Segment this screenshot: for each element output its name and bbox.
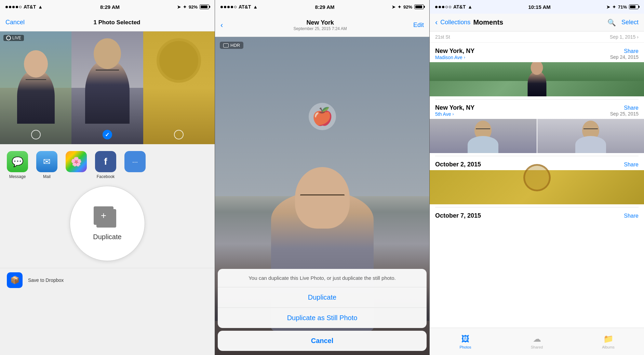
share-mail[interactable]: ✉ Mail xyxy=(35,151,59,179)
share-facebook[interactable]: f Facebook xyxy=(94,151,118,179)
person-body-1 xyxy=(17,69,55,124)
dot1 xyxy=(5,6,8,8)
search-icon[interactable]: 🔍 xyxy=(607,18,616,27)
battery-pct-2: 92% xyxy=(403,4,412,10)
nav-bar-2: ‹ New York September 25, 2015 7:24 AM Ed… xyxy=(215,14,429,37)
nav-title-area-2: New York September 25, 2015 7:24 AM xyxy=(227,19,413,31)
duplicate-circle[interactable]: + Duplicate xyxy=(70,186,145,261)
thumb-glasses-m2 xyxy=(583,128,598,130)
battery-icon-2 xyxy=(414,4,424,9)
tab-photos[interactable]: 🖼 Photos xyxy=(430,334,501,349)
prev-date-text: Sep 1, 2015 xyxy=(610,34,636,40)
checkmark-icon: ✓ xyxy=(105,132,109,138)
photo-thumb-1-1[interactable] xyxy=(430,62,644,96)
carrier-1: AT&T xyxy=(24,4,36,10)
back-button-2[interactable]: ‹ xyxy=(220,21,223,30)
moment-section-4: October 7, 2015 Share xyxy=(430,207,644,221)
select-circle-1[interactable] xyxy=(31,130,41,139)
moment-location-2: New York, NY xyxy=(435,104,474,111)
tab-shared[interactable]: ☁ Shared xyxy=(501,334,573,349)
moment-location-group-3: October 2, 2015 xyxy=(435,161,481,168)
photo-bg-2 xyxy=(71,31,143,144)
albums-tab-icon: 📁 xyxy=(603,334,614,344)
battery-fill-3 xyxy=(630,5,635,8)
prev-chevron-icon: › xyxy=(637,34,639,40)
bluetooth-icon-3: ✦ xyxy=(612,4,616,10)
thumb-shirt-m2 xyxy=(575,136,606,153)
location-icon-3: ➤ xyxy=(606,4,610,10)
dial-3 xyxy=(157,38,201,83)
person-head-2 xyxy=(94,38,121,69)
duplicate-icon: + xyxy=(94,206,121,230)
albums-tab-label: Albums xyxy=(602,345,615,349)
duplicate-still-button[interactable]: Duplicate as Still Photo xyxy=(218,308,427,328)
select-button[interactable]: Select xyxy=(621,19,639,26)
tab-albums[interactable]: 📁 Albums xyxy=(573,334,644,349)
photo-cell-2[interactable]: ✓ xyxy=(71,31,143,144)
share-photos[interactable]: 🌸 xyxy=(64,151,88,174)
photo-cell-1[interactable]: LIVE xyxy=(0,31,71,144)
dropbox-label: Save to Dropbox xyxy=(28,277,64,283)
share-button-1[interactable]: Share xyxy=(610,48,639,54)
share-button-3[interactable]: Share xyxy=(624,162,639,168)
dot3-2 xyxy=(227,6,230,8)
photo-cell-3[interactable] xyxy=(143,31,215,144)
dropbox-item[interactable]: 📦 Save to Dropbox xyxy=(0,268,215,292)
live-text: LIVE xyxy=(12,36,21,40)
mail-envelope-icon: ✉ xyxy=(43,156,51,167)
moment-sublocation-2[interactable]: 5th Ave › xyxy=(435,111,474,117)
battery-pct-1: 92% xyxy=(189,4,198,10)
thumb-shirt-m1 xyxy=(468,136,498,153)
select-circle-3[interactable] xyxy=(174,130,184,139)
share-button-2[interactable]: Share xyxy=(610,105,639,111)
message-icon: 💬 xyxy=(7,151,28,172)
moment-meta-3: Share xyxy=(624,162,639,168)
dot5-3 xyxy=(449,6,451,8)
moment-location-group-2: New York, NY 5th Ave › xyxy=(435,104,474,117)
carrier-3: AT&T xyxy=(453,4,466,10)
share-message[interactable]: 💬 Message xyxy=(5,151,29,179)
duplicate-button[interactable]: Duplicate xyxy=(218,287,427,308)
sublocation-chevron-icon-2: › xyxy=(452,112,454,117)
cancel-button[interactable]: Cancel xyxy=(5,19,25,26)
status-bar-3: AT&T ▲ 10:15 AM ➤ ✦ 71% xyxy=(430,0,644,14)
prev-strip: 21st St Sep 1, 2015 › xyxy=(430,31,644,43)
moment-location-4: October 7, 2015 xyxy=(435,212,481,219)
dot2 xyxy=(9,6,11,8)
battery-fill-2 xyxy=(415,5,422,8)
moment-sublocation-1[interactable]: Madison Ave › xyxy=(435,55,474,60)
cancel-button-2[interactable]: Cancel xyxy=(218,331,427,351)
moment-location-group-4: October 7, 2015 xyxy=(435,212,481,219)
edit-button-2[interactable]: Edit xyxy=(413,22,424,29)
select-circle-2[interactable]: ✓ xyxy=(103,130,112,139)
status-right-1: ➤ ✦ 92% xyxy=(177,4,209,10)
photos-flower-icon: 🌸 xyxy=(71,156,82,167)
photo-thumb-2-2[interactable] xyxy=(537,119,644,153)
shared-tab-label: Shared xyxy=(531,345,543,349)
dot3-3 xyxy=(442,6,444,8)
mail-icon: ✉ xyxy=(36,151,57,172)
signal-dots-3 xyxy=(435,6,451,8)
share-button-4[interactable]: Share xyxy=(624,213,639,219)
photo-thumb-2-1[interactable] xyxy=(430,119,537,153)
thumb-bg-clock xyxy=(430,170,644,204)
main-photo-2[interactable]: 🍎 HDR You can duplicate this Live Photo,… xyxy=(215,37,429,355)
moment-section-3: October 2, 2015 Share xyxy=(430,156,644,207)
date-subtitle-2: September 25, 2015 7:24 AM xyxy=(227,26,413,31)
signal-dots-2 xyxy=(220,6,237,8)
main-glasses-icon xyxy=(300,194,345,199)
dup-plus-icon: + xyxy=(101,211,106,220)
share-more[interactable]: ··· xyxy=(123,151,147,172)
photo-thumb-3-1[interactable] xyxy=(430,170,644,204)
selection-title: 1 Photo Selected xyxy=(25,19,209,26)
moments-title: Moments xyxy=(473,18,605,26)
sublocation-text-2: 5th Ave xyxy=(435,111,451,117)
dup-rect-front: + xyxy=(94,206,113,225)
collections-button[interactable]: Collections xyxy=(440,19,470,26)
photos-tab-label: Photos xyxy=(459,345,471,349)
thumb-clock-circle xyxy=(523,170,551,191)
thumb-bg-man1 xyxy=(430,119,537,153)
share-icons-row: 💬 Message ✉ Mail 🌸 f xyxy=(0,144,215,182)
person-body-2 xyxy=(85,59,130,124)
wifi-icon-2: ▲ xyxy=(253,4,258,10)
